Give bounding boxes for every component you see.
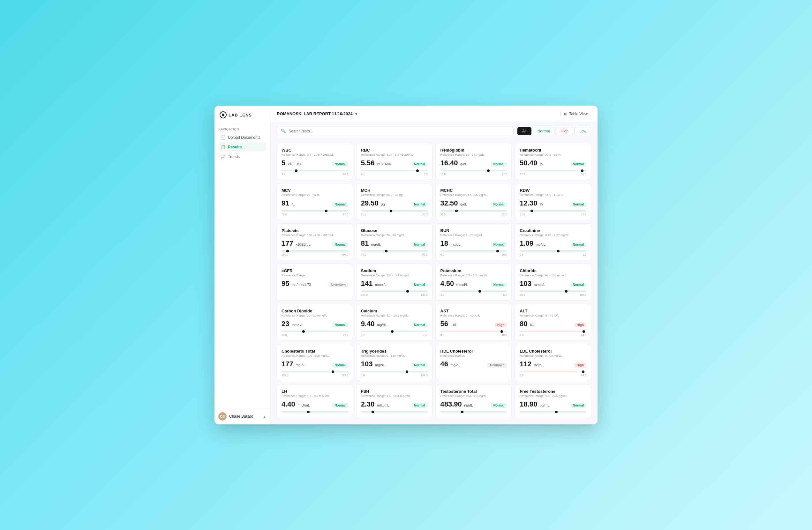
metric-card: Glucose Reference Range: 70 - 99 mg/dL 8…	[356, 223, 433, 260]
report-chevron-icon: ▼	[354, 112, 358, 116]
sidebar-item-trends[interactable]: 📈 Trends	[218, 152, 266, 161]
range-labels: 26.6 33.0	[361, 213, 428, 216]
range-dot	[555, 411, 557, 413]
status-badge: High	[574, 323, 586, 327]
status-badge: Normal	[570, 282, 586, 287]
range-dot	[390, 210, 392, 212]
range-bar-track	[440, 170, 507, 171]
range-max: 33.0	[422, 213, 428, 216]
metric-unit: mIU/mL	[377, 403, 389, 407]
status-badge: Normal	[332, 363, 348, 368]
range-dot	[406, 290, 409, 293]
range-labels: 96.0 106.0	[520, 293, 586, 296]
metric-card: Cholesterol Total Reference Range: 100 -…	[277, 344, 353, 381]
filter-all-button[interactable]: All	[518, 127, 531, 135]
filter-low-button[interactable]: Low	[575, 127, 591, 135]
metric-value-row: 50.40 % Normal	[520, 159, 586, 167]
metric-ref: Reference Range: 0 - 44 IU/L	[520, 314, 586, 317]
range-dot	[531, 210, 533, 212]
metric-value-row: 32.50 g/dL Normal	[440, 199, 507, 207]
metric-name: Potassium	[440, 268, 507, 273]
user-area[interactable]: CB Chase Ballard ▲	[215, 408, 270, 424]
metric-value-row: 4.40 mIU/mL Normal	[281, 400, 348, 409]
status-badge: High	[574, 363, 586, 368]
status-badge: Normal	[411, 162, 427, 166]
metric-card: RBC Reference Range: 4.14 - 5.8 ×10E6/uL…	[356, 143, 433, 180]
range-bar-track	[281, 371, 348, 372]
metric-ref: Reference Range: 3.4 - 10.8 ×10E3/uL	[281, 153, 348, 156]
range-bar-container: 0.0 44.0	[520, 330, 586, 337]
user-name: Chase Ballard	[229, 414, 260, 418]
range-bar-track	[440, 290, 507, 292]
metric-name: FSH	[361, 389, 428, 394]
metric-value: 9.40	[361, 320, 375, 328]
range-max: 450.0	[341, 253, 348, 256]
metric-value-row: 103 mmol/L Normal	[520, 280, 586, 288]
range-max: 106.0	[580, 293, 586, 296]
metric-value-row: 23 mmol/L Normal	[281, 320, 348, 328]
metric-value: 91	[281, 199, 289, 207]
metric-unit: mg/dL	[450, 242, 460, 246]
metric-unit: ng/dL	[464, 403, 473, 407]
range-labels: 100.0 199.0	[281, 374, 348, 377]
metric-value: 112	[520, 360, 532, 368]
range-dot	[582, 370, 584, 373]
filter-high-button[interactable]: High	[556, 127, 573, 135]
metric-unit: mIU/mL	[298, 403, 310, 407]
range-bar-container: 3.4 10.8	[281, 170, 348, 176]
metric-unit: pg/mL	[540, 403, 550, 407]
sidebar-item-results[interactable]: 📋 Results	[218, 143, 266, 151]
metric-value-unit: 46 mg/dL	[440, 360, 461, 368]
metric-ref: Reference Range: 8.7 - 10.2 mg/dL	[361, 314, 428, 317]
range-max: 5.8	[424, 173, 428, 176]
metric-card: WBC Reference Range: 3.4 - 10.8 ×10E3/uL…	[277, 143, 353, 180]
report-selector[interactable]: ROMANOSKI LAB REPORT 11/10/2024 ▼	[277, 112, 358, 116]
status-badge: Normal	[411, 363, 427, 368]
range-bar-track	[361, 371, 428, 372]
status-badge: Normal	[491, 403, 507, 408]
range-bar-track	[520, 330, 586, 332]
metric-unit: mg/dL	[371, 242, 381, 246]
sidebar-item-upload-label: Upload Documents	[228, 135, 260, 140]
range-max: 10.2	[422, 334, 428, 337]
upload-icon: 📄	[221, 135, 225, 140]
metric-card: MCV Reference Range: 79 - 97 fL 91 fL No…	[277, 183, 353, 220]
metric-value-unit: 18 mg/dL	[440, 239, 461, 248]
range-min: 20.0	[281, 334, 287, 337]
range-dot	[557, 250, 560, 252]
metric-value-row: 12.30 % Normal	[520, 199, 586, 207]
metric-value: 95	[281, 280, 289, 288]
filter-normal-button[interactable]: Normal	[533, 127, 555, 135]
range-labels: 0.8 1.3	[520, 253, 586, 256]
metric-value-row: 483.90 ng/dL Normal	[440, 400, 507, 409]
metric-unit: g/dL	[460, 162, 467, 166]
user-chevron-icon: ▲	[263, 415, 266, 418]
metric-unit: mg/dL	[295, 363, 305, 367]
metric-name: Chloride	[520, 268, 586, 273]
metric-card: Hematocrit Reference Range: 37.5 - 51 % …	[515, 143, 591, 180]
metric-value-row: 18 mg/dL Normal	[440, 239, 507, 248]
metric-name: Free Testosterone	[520, 389, 586, 394]
metric-ref: Reference Range: 134 - 144 mmol/L	[361, 274, 428, 277]
range-max: 15.4	[581, 213, 586, 216]
table-view-button[interactable]: ⊞ Table View	[561, 110, 591, 118]
metric-name: AST	[440, 309, 507, 313]
metric-card: eGFR Reference Range: 95 mL/min/1.73 Unk…	[277, 264, 353, 300]
range-max: 97.0	[343, 213, 348, 216]
search-input[interactable]	[289, 129, 509, 133]
metric-value-unit: 29.50 pg	[361, 199, 385, 207]
metric-name: WBC	[281, 148, 348, 152]
range-bar-track	[520, 371, 586, 372]
range-min: 0.0	[520, 334, 523, 337]
range-bar-track	[520, 210, 586, 211]
metric-value-row: 29.50 pg Normal	[361, 199, 428, 207]
metric-value-unit: 95 mL/min/1.73	[281, 280, 311, 288]
search-box[interactable]: 🔍	[277, 126, 513, 136]
metric-unit: mmol/L	[456, 283, 468, 286]
metric-name: HDL Cholesterol	[440, 349, 507, 354]
metric-value: 1.09	[520, 239, 533, 247]
metric-value: 483.90	[440, 400, 462, 408]
sidebar-item-upload[interactable]: 📄 Upload Documents	[218, 133, 266, 142]
logo-icon	[220, 112, 227, 118]
metric-value-unit: 16.40 g/dL	[440, 159, 467, 167]
